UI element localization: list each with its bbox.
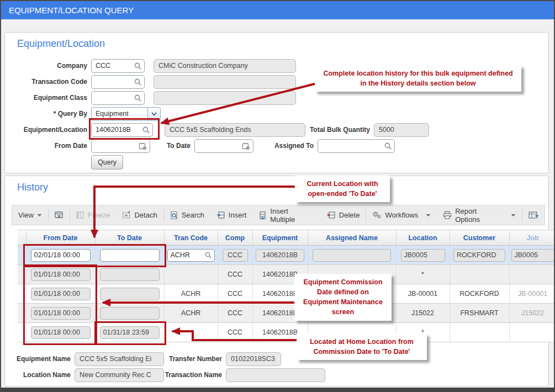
col-tran-code[interactable]: Tran Code <box>164 230 218 246</box>
col-from-date[interactable]: From Date <box>26 230 95 246</box>
chevron-down-icon[interactable] <box>147 108 160 120</box>
query-by-label: * Query By <box>13 110 91 118</box>
equipment-class-description <box>154 91 296 105</box>
view-menu[interactable]: View <box>12 205 48 225</box>
search-icon[interactable] <box>134 62 141 70</box>
assigned-to-field[interactable] <box>318 139 395 153</box>
company-field[interactable]: CCC <box>91 59 145 73</box>
insert-multiple-button[interactable]: Insert Multiple <box>252 205 321 225</box>
chevron-down-icon <box>37 214 42 217</box>
location-name-label: Location Name <box>10 371 75 379</box>
equipment-cell: 14062018B <box>262 271 298 278</box>
table-row[interactable]: 01/01/18 00:00 ACHR CCC 14062018B JB-000… <box>18 284 555 304</box>
company-description: CMiC Construction Company <box>154 59 296 73</box>
printer-icon <box>443 211 452 219</box>
from-date-field[interactable] <box>91 139 150 153</box>
query-button-row: Query <box>13 155 123 169</box>
query-panel: Equipment/Location Company CCC CMiC Cons… <box>4 32 549 173</box>
table-row[interactable]: 01/01/18 00:00 CCC 14062018B * <box>18 265 555 284</box>
col-equipment[interactable]: Equipment <box>252 230 308 246</box>
search-icon[interactable] <box>142 126 150 134</box>
gears-icon <box>372 211 382 219</box>
table-row[interactable]: 01/01/18 00:00 01/31/18 23:59 CCC 140620… <box>18 323 555 342</box>
search-icon[interactable] <box>134 94 141 102</box>
chevron-down-icon <box>426 214 431 217</box>
row-selector[interactable] <box>18 265 26 284</box>
col-customer[interactable]: Customer <box>450 230 509 246</box>
to-date-field[interactable] <box>194 139 253 153</box>
query-by-example-button[interactable] <box>49 205 70 225</box>
query-by-row: * Query By Equipment <box>13 107 161 121</box>
insert-multiple-icon <box>258 211 267 220</box>
row-selector[interactable] <box>18 284 26 304</box>
tran-code-cell-input[interactable]: ACHR <box>167 249 215 262</box>
row-selector[interactable] <box>18 323 26 342</box>
row-selector[interactable] <box>18 246 26 265</box>
workflows-menu[interactable]: Workflows <box>366 205 437 225</box>
transaction-code-row: Transaction Code <box>13 75 296 89</box>
search-page-icon <box>170 211 178 220</box>
detach-button[interactable]: Detach <box>116 205 163 225</box>
tran-code-cell: ACHR <box>181 290 200 298</box>
search-button[interactable]: Search <box>164 205 210 225</box>
equipment-class-label: Equipment Class <box>13 94 91 102</box>
insert-row-icon <box>216 211 225 219</box>
equipment-name-field: CCC 5x5 Scaffolding Ei <box>75 352 164 366</box>
search-icon[interactable] <box>384 142 392 150</box>
history-panel: History View Freeze <box>4 176 549 386</box>
location-cell: * <box>421 271 424 278</box>
col-comp[interactable]: Comp <box>218 230 252 246</box>
col-job[interactable]: Job <box>509 230 555 246</box>
col-location[interactable]: Location <box>396 230 450 246</box>
transaction-code-label: Transaction Code <box>13 78 91 86</box>
from-date-label: From Date <box>13 142 91 150</box>
location-cell: J15022 <box>411 309 434 317</box>
location-name-field: New Community Rec C <box>75 368 164 382</box>
calendar-icon[interactable] <box>242 142 250 150</box>
equipment-class-row: Equipment Class <box>13 91 296 105</box>
footer-row-2: Location Name New Community Rec C Transa… <box>10 368 325 382</box>
table-header-row: From Date To Date Tran Code Comp Equipme… <box>18 230 555 246</box>
col-to-date[interactable]: To Date <box>95 230 164 246</box>
chevron-down-icon <box>511 214 516 217</box>
comp-cell: CCC <box>228 290 242 298</box>
query-button[interactable]: Query <box>91 155 123 169</box>
equipment-name-label: Equipment Name <box>10 355 75 363</box>
equipment-location-field[interactable]: 14062018B <box>91 123 153 137</box>
to-date-cell <box>100 288 160 300</box>
query-by-select[interactable]: Equipment <box>91 107 161 121</box>
app-window: EQUIPMENT/LOCATION QUERY Equipment/Locat… <box>0 0 555 392</box>
insert-button[interactable]: Insert <box>210 205 253 225</box>
col-assigned-name[interactable]: Assigned Name <box>308 230 396 246</box>
table-row[interactable]: 01/01/18 00:00 ACHR CCC 14062018B J15022… <box>18 304 555 323</box>
report-options-menu[interactable]: Report Options <box>437 205 522 225</box>
calendar-icon[interactable] <box>139 142 147 150</box>
transaction-code-description <box>154 75 296 89</box>
export-table-icon <box>528 211 538 219</box>
transaction-name-field <box>226 368 325 382</box>
equipment-class-field[interactable] <box>91 91 145 105</box>
export-button[interactable] <box>522 211 545 219</box>
row-selector[interactable] <box>18 304 26 323</box>
freeze-icon <box>76 211 84 219</box>
to-date-cell-input[interactable] <box>100 249 160 262</box>
equipment-location-row: Equipment/Location 14062018B CCC 5x5 Sca… <box>13 123 429 137</box>
customer-cell: ROCKFORD <box>453 249 505 262</box>
date-filter-row: From Date To Date Assigned To <box>13 139 395 153</box>
from-date-cell: 01/01/18 00:00 <box>31 288 91 300</box>
job-cell: JB0005 <box>511 249 554 262</box>
history-table: From Date To Date Tran Code Comp Equipme… <box>18 230 555 342</box>
table-row[interactable]: 02/01/18 00:00 ACHR CCC 14062018B JB0005… <box>18 246 555 265</box>
company-label: Company <box>13 62 91 70</box>
from-date-cell-input[interactable]: 02/01/18 00:00 <box>31 249 91 262</box>
customer-cell: FRSHMART <box>460 309 498 317</box>
search-icon[interactable] <box>205 252 212 258</box>
callout-home-location: Located at Home Location from Commission… <box>297 333 427 360</box>
to-date-cell <box>100 268 160 281</box>
to-date-cell: 01/31/18 23:59 <box>100 326 160 339</box>
delete-button[interactable]: Delete <box>321 205 366 225</box>
search-icon[interactable] <box>134 78 141 86</box>
assigned-to-label: Assigned To <box>253 142 318 150</box>
equipment-cell: 14062018B <box>262 309 298 317</box>
transaction-code-field[interactable] <box>91 75 145 89</box>
